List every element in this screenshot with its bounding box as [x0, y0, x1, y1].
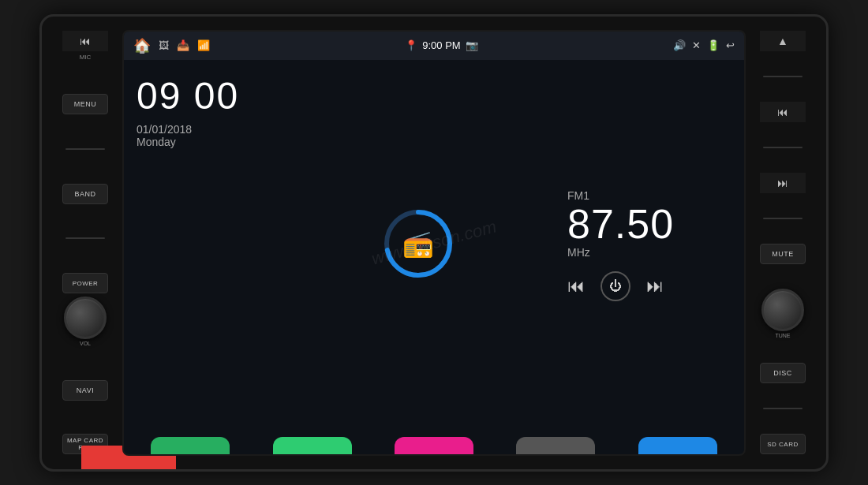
settings-icon: ⚙️ — [638, 437, 717, 456]
back-icon[interactable]: ↩ — [726, 39, 735, 51]
signal-icon: 📶 — [197, 39, 210, 51]
right-panel: ▲ ⏮ ⏭ MUTE TUNE DISC SD CARD — [750, 24, 815, 461]
radio-center-icon: 📻 — [402, 229, 434, 259]
eject-button[interactable]: ▲ — [760, 31, 806, 51]
prev-button[interactable]: ⏮ — [760, 102, 806, 122]
location-icon: 📍 — [405, 39, 417, 51]
power-button[interactable]: POWER — [62, 273, 108, 293]
navigation-icon: 📍 — [151, 437, 230, 456]
status-time: 9:00 PM — [422, 39, 460, 51]
car-unit: ⏮ MIC MENU BAND POWER VOL NAVI MAP CARD … — [39, 14, 829, 472]
navi-button[interactable]: NAVI — [62, 380, 108, 401]
app-navigation[interactable]: 📍 Navigation — [132, 437, 249, 456]
divider-1 — [65, 148, 105, 150]
divider-2 — [65, 237, 105, 239]
app-video[interactable]: 🎬 Video — [497, 437, 614, 456]
fm-frequency: 87.50 — [567, 203, 731, 244]
screen: www.witson.com 🏠 🖼 📥 📶 📍 9:00 PM 📷 🔊 ✕ 🔋… — [122, 30, 746, 456]
music-icon: 🎵 — [395, 437, 473, 456]
tune-label: TUNE — [775, 333, 790, 338]
status-left: 🏠 🖼 📥 📶 — [133, 37, 210, 54]
clock-date: 01/01/2018 — [137, 123, 269, 136]
app-music[interactable]: 🎵 Music — [376, 437, 492, 456]
skip-back-button[interactable]: ⏮ — [62, 31, 108, 51]
app-grid: 📍 Navigation 📻 Radio 🎵 Music 🎬 Video ⚙️ … — [124, 431, 744, 456]
fm-power-button[interactable]: ⏻ — [600, 271, 630, 301]
fm-unit: MHz — [567, 246, 731, 259]
vol-knob-group: POWER VOL — [62, 273, 108, 346]
skip-back-group: ⏮ MIC — [62, 31, 108, 61]
vol-knob[interactable] — [64, 297, 107, 339]
video-icon: 🎬 — [516, 437, 595, 456]
gallery-icon: 🖼 — [159, 39, 169, 51]
status-center: 📍 9:00 PM 📷 — [405, 39, 477, 51]
next-button[interactable]: ⏭ — [760, 173, 806, 193]
disc-button[interactable]: DISC — [760, 363, 806, 383]
fm-band-label: FM1 — [567, 189, 731, 202]
mute-button[interactable]: MUTE — [760, 244, 806, 264]
status-bar: 🏠 🖼 📥 📶 📍 9:00 PM 📷 🔊 ✕ 🔋 ↩ — [124, 32, 744, 60]
radio-app-icon: 📻 — [273, 437, 352, 456]
home-icon[interactable]: 🏠 — [133, 37, 151, 54]
main-content: 09 00 01/01/2018 Monday 📻 FM1 87.50 MHz — [124, 60, 744, 431]
radio-area: 📻 — [282, 60, 555, 431]
sd-card-button[interactable]: SD CARD — [760, 434, 806, 454]
camera-icon: 📷 — [466, 39, 478, 51]
clock-day: Monday — [137, 136, 269, 148]
mic-label: MIC — [80, 54, 92, 61]
close-icon: ✕ — [692, 39, 701, 51]
divider-r1 — [763, 76, 803, 77]
divider-r3 — [763, 218, 803, 219]
tune-knob-group: TUNE — [761, 289, 804, 338]
app-settings[interactable]: ⚙️ Settings — [619, 437, 736, 456]
radio-circle: 📻 — [383, 208, 454, 279]
band-button[interactable]: BAND — [62, 184, 108, 204]
fm-controls: ⏮ ⏻ ⏭ — [567, 271, 731, 301]
menu-button[interactable]: MENU — [62, 94, 108, 114]
status-right: 🔊 ✕ 🔋 ↩ — [673, 39, 735, 51]
download-icon: 📥 — [177, 39, 189, 51]
left-panel: ⏮ MIC MENU BAND POWER VOL NAVI MAP CARD … — [53, 24, 118, 461]
fm-next-button[interactable]: ⏭ — [646, 276, 664, 297]
fm-prev-button[interactable]: ⏮ — [567, 276, 585, 297]
vol-label: VOL — [80, 341, 91, 346]
app-radio[interactable]: 📻 Radio — [253, 437, 370, 456]
clock-area: 09 00 01/01/2018 Monday — [124, 60, 282, 431]
divider-r4 — [763, 408, 803, 409]
battery-icon: 🔋 — [707, 39, 720, 51]
fm-area: FM1 87.50 MHz ⏮ ⏻ ⏭ — [555, 60, 744, 431]
tune-knob[interactable] — [761, 289, 804, 331]
divider-r2 — [763, 147, 803, 148]
clock-time: 09 00 — [137, 76, 269, 118]
volume-icon: 🔊 — [673, 39, 686, 51]
